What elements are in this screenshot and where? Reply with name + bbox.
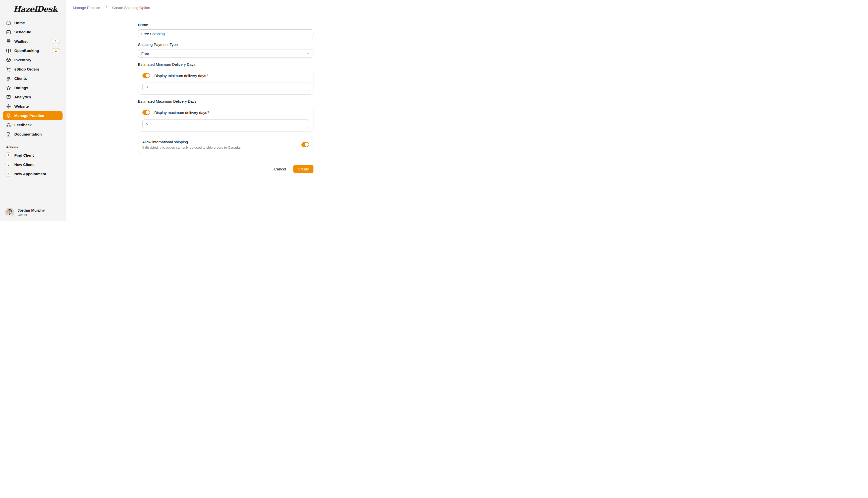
min-days-card: Display minimum delivery days? (138, 69, 313, 95)
globe-icon (6, 104, 11, 109)
sidebar-item-website[interactable]: Website (3, 102, 63, 111)
sidebar-item-documentation[interactable]: Documentation (3, 130, 63, 139)
profile-name: Jordan Murphy (17, 208, 45, 212)
package-icon (6, 57, 11, 63)
toggle-knob (305, 143, 309, 147)
breadcrumb-separator: / (106, 6, 107, 10)
sidebar-item-label: Ratings (14, 86, 28, 90)
sidebar-item-label: Waitlist (14, 39, 28, 43)
action-label: New Appointment (14, 172, 46, 176)
international-shipping-title: Allow international shipping (142, 140, 241, 144)
sidebar-item-label: Documentation (14, 132, 42, 136)
toggle-knob (146, 110, 150, 115)
sidebar-item-label: Manage Practice (14, 114, 44, 118)
sidebar-item-manage-practice[interactable]: Manage Practice (3, 111, 63, 120)
create-shipping-option-form: Name Shipping Payment Type Free Estimate… (138, 23, 313, 173)
gear-icon (6, 113, 11, 118)
action-new-client[interactable]: c New Client (3, 160, 63, 169)
max-days-card: Display maximum delivery days? (138, 106, 313, 132)
openbooking-count-badge: 1 (52, 48, 60, 53)
sidebar: HazelDesk Home Schedule Waitlist 1 O (0, 0, 66, 221)
book-open-icon (6, 48, 11, 53)
shortcut-key-f: f (5, 152, 11, 158)
shortcut-key-c: c (5, 162, 11, 167)
breadcrumb-current: Create Shipping Option (112, 6, 150, 10)
international-shipping-card: Allow international shipping If disabled… (138, 136, 313, 153)
max-days-input[interactable] (142, 119, 309, 128)
sidebar-item-label: Analytics (14, 95, 31, 99)
international-shipping-toggle[interactable] (301, 142, 309, 147)
shopping-cart-icon (6, 67, 11, 72)
profile-role: Owner (17, 213, 45, 217)
cancel-button[interactable]: Cancel (273, 166, 287, 173)
max-days-field-group: Estimated Maximum Delivery Days Display … (138, 99, 313, 132)
min-days-toggle-row: Display minimum delivery days? (142, 73, 309, 78)
sidebar-item-waitlist[interactable]: Waitlist 1 (3, 37, 63, 46)
document-icon (6, 132, 11, 137)
sidebar-nav: Home Schedule Waitlist 1 OpenBooking 1 (3, 18, 63, 139)
action-new-appointment[interactable]: a New Appointment (3, 169, 63, 179)
sidebar-item-feedback[interactable]: Feedback (3, 120, 63, 130)
waitlist-count-badge: 1 (52, 39, 60, 44)
name-input[interactable] (138, 29, 313, 38)
list-icon (6, 39, 11, 44)
star-icon (6, 86, 11, 90)
sidebar-item-label: Clients (14, 76, 27, 81)
app-logo: HazelDesk (3, 3, 63, 18)
sidebar-item-label: eShop Orders (14, 67, 39, 71)
min-days-input[interactable] (142, 82, 309, 91)
avatar (5, 208, 14, 217)
headset-icon (6, 122, 11, 128)
create-button[interactable]: Create (293, 165, 313, 173)
chevron-down-icon (307, 52, 310, 55)
sidebar-item-clients[interactable]: Clients (3, 74, 63, 83)
breadcrumb: Manage Practice / Create Shipping Option (66, 0, 386, 10)
home-icon (6, 20, 11, 25)
min-days-label: Estimated Minimum Delivery Days (138, 62, 313, 66)
toggle-knob (146, 74, 150, 78)
min-days-field-group: Estimated Minimum Delivery Days Display … (138, 62, 313, 95)
action-label: Find Client (14, 153, 34, 157)
sidebar-item-home[interactable]: Home (3, 18, 63, 27)
actions-heading: Actions (6, 145, 63, 149)
sidebar-item-label: OpenBooking (14, 49, 39, 53)
max-days-label: Estimated Maximum Delivery Days (138, 99, 313, 103)
main-content: Manage Practice / Create Shipping Option… (66, 0, 386, 221)
sidebar-item-label: Feedback (14, 123, 31, 127)
shortcut-key-a: a (5, 171, 11, 177)
action-label: New Client (14, 162, 34, 167)
max-days-toggle-label: Display maximum delivery days? (154, 110, 209, 115)
payment-type-label: Shipping Payment Type (138, 42, 313, 47)
name-field-group: Name (138, 23, 313, 38)
action-find-client[interactable]: f Find Client (3, 150, 63, 160)
sidebar-item-label: Schedule (14, 30, 31, 34)
international-shipping-text: Allow international shipping If disabled… (142, 140, 241, 149)
user-profile[interactable]: Jordan Murphy Owner (3, 208, 63, 217)
sidebar-item-openbooking[interactable]: OpenBooking 1 (3, 46, 63, 55)
name-label: Name (138, 23, 313, 27)
international-shipping-description: If disabled, this option can only be use… (142, 146, 241, 149)
max-days-toggle[interactable] (142, 110, 150, 115)
sidebar-item-analytics[interactable]: Analytics (3, 92, 63, 102)
chart-board-icon (6, 95, 11, 100)
payment-type-field-group: Shipping Payment Type Free (138, 42, 313, 58)
min-days-toggle[interactable] (142, 73, 150, 78)
sidebar-item-ratings[interactable]: Ratings (3, 83, 63, 92)
max-days-toggle-row: Display maximum delivery days? (142, 110, 309, 115)
sidebar-item-label: Inventory (14, 58, 31, 62)
form-buttons: Cancel Create (138, 165, 313, 173)
payment-type-select[interactable]: Free (138, 49, 313, 58)
payment-type-selected-value: Free (141, 51, 149, 56)
sidebar-item-schedule[interactable]: Schedule (3, 27, 63, 37)
sidebar-item-label: Website (14, 104, 29, 108)
sidebar-item-inventory[interactable]: Inventory (3, 55, 63, 65)
breadcrumb-manage-practice[interactable]: Manage Practice (73, 6, 100, 10)
sidebar-item-eshop-orders[interactable]: eShop Orders (3, 65, 63, 74)
calendar-icon (6, 30, 11, 35)
min-days-toggle-label: Display minimum delivery days? (154, 74, 208, 78)
users-icon (6, 76, 11, 81)
sidebar-item-label: Home (14, 21, 25, 25)
